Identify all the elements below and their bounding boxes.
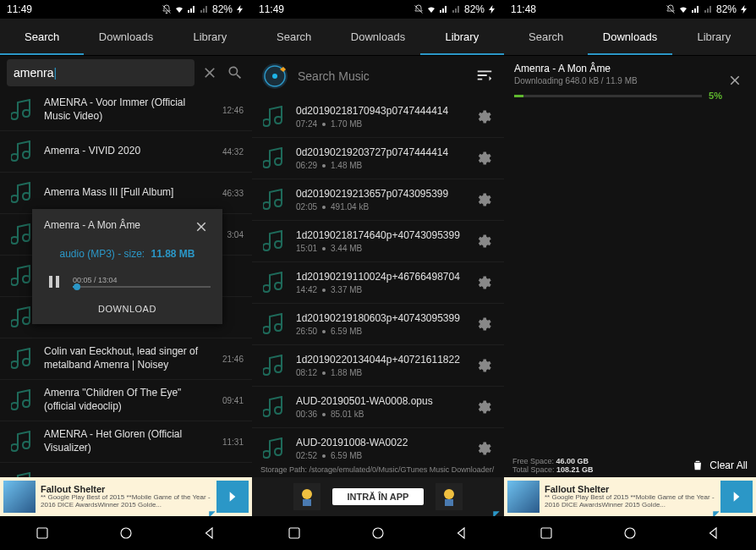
tab-search[interactable]: Search <box>252 19 336 55</box>
library-row[interactable]: 1d20190220134044p+40721611822 08:121.88 … <box>252 345 504 387</box>
ad-cta-button[interactable]: INTRĂ ÎN APP <box>332 488 425 505</box>
library-row[interactable]: 1d20190219180603p+40743095399 26:506.59 … <box>252 304 504 345</box>
file-options-button[interactable] <box>472 229 496 253</box>
clear-all-button[interactable]: Clear All <box>691 459 748 472</box>
signal-icon <box>187 4 197 14</box>
bell-off-icon <box>162 4 172 14</box>
search-result-row[interactable]: Colin van Eeckhout, lead singer of metal… <box>0 338 252 380</box>
nav-home[interactable] <box>109 516 143 550</box>
nav-back[interactable] <box>193 516 227 550</box>
sort-button[interactable] <box>475 66 496 86</box>
search-result-row[interactable]: Amenra "Aorte.Ritual" 23.10 live dvd 18:… <box>0 463 252 477</box>
search-button[interactable] <box>225 63 245 83</box>
nav-recent[interactable] <box>25 516 59 550</box>
pause-button[interactable] <box>44 272 64 292</box>
library-row[interactable]: AUD-20191008-WA0022 02:526.59 MB <box>252 428 504 462</box>
file-title: 1d20190219110024p+46766498704 <box>296 271 463 284</box>
tab-bar: Search Downloads Library <box>252 19 504 56</box>
search-result-row[interactable]: Amenra - VIVID 2020 44:32 <box>0 131 252 173</box>
tab-library[interactable]: Library <box>420 19 504 55</box>
tab-downloads[interactable]: Downloads <box>336 19 419 55</box>
nav-back[interactable] <box>697 516 731 550</box>
tab-downloads[interactable]: Downloads <box>588 19 671 55</box>
tab-downloads[interactable]: Downloads <box>84 19 167 55</box>
ad-open-button[interactable] <box>216 481 249 513</box>
file-options-button[interactable] <box>472 354 496 377</box>
download-percent: 5% <box>709 91 722 101</box>
tab-search[interactable]: Search <box>0 19 84 55</box>
nav-back[interactable] <box>445 516 479 550</box>
ad-thumb-icon <box>436 483 463 510</box>
search-result-row[interactable]: AMENRA - Het Gloren (Official Visualizer… <box>0 421 252 463</box>
library-list: 0d20190218170943p0747444414 07:241.70 MB… <box>252 96 504 462</box>
file-title: 0d20190219213657p0743095399 <box>296 188 463 201</box>
search-box[interactable]: amenra| <box>7 59 194 86</box>
ad-open-button[interactable] <box>720 481 753 513</box>
popup-close-button[interactable] <box>194 219 211 236</box>
file-options-button[interactable] <box>472 312 496 336</box>
music-icon <box>260 393 288 421</box>
tab-library[interactable]: Library <box>168 19 252 55</box>
ad-banner[interactable]: Fallout Shelter ** Google Play Best of 2… <box>504 477 756 516</box>
result-title: Amenra - VIVID 2020 <box>44 145 214 158</box>
ad-thumb-icon <box>293 483 320 510</box>
result-duration: 3:04 <box>227 230 244 239</box>
ad-banner[interactable]: INTRĂ ÎN APP <box>252 477 504 516</box>
tab-bar: Search Downloads Library <box>0 19 252 56</box>
music-icon <box>260 186 288 213</box>
ad-info-icon[interactable] <box>712 507 720 515</box>
tab-library[interactable]: Library <box>672 19 756 55</box>
download-status: Downloading 648.0 kB / 11.9 MB <box>514 76 722 85</box>
music-icon <box>8 470 36 477</box>
clear-search-button[interactable] <box>200 63 220 83</box>
file-options-button[interactable] <box>472 105 496 129</box>
search-result-row[interactable]: Amenra Mass III [Full Album] 46:33 <box>0 173 252 214</box>
file-options-button[interactable] <box>472 188 496 212</box>
file-title: AUD-20190501-WA0008.opus <box>296 395 463 409</box>
wifi-icon <box>174 4 184 14</box>
nav-recent[interactable] <box>529 516 563 550</box>
music-icon <box>260 145 288 172</box>
library-row[interactable]: AUD-20190501-WA0008.opus 00:3685.01 kB <box>252 387 504 428</box>
nav-bar <box>0 516 252 550</box>
file-options-button[interactable] <box>472 146 496 170</box>
music-icon <box>8 387 36 414</box>
cancel-download-button[interactable] <box>727 73 746 91</box>
ad-info-icon[interactable] <box>208 507 216 515</box>
file-options-button[interactable] <box>472 271 496 294</box>
result-duration: 12:46 <box>222 106 244 115</box>
result-title: AMENRA - Voor Immer (Official Music Vide… <box>44 96 214 123</box>
search-input-value[interactable]: amenra <box>14 66 53 80</box>
download-item[interactable]: Amenra - A Mon Âme Downloading 648.0 kB … <box>504 56 756 107</box>
seek-bar[interactable] <box>73 286 211 288</box>
file-meta: 07:241.70 MB <box>296 119 463 129</box>
file-meta: 08:121.88 MB <box>296 368 463 377</box>
ad-banner[interactable]: Fallout Shelter ** Google Play Best of 2… <box>0 477 252 516</box>
file-options-button[interactable] <box>472 437 496 460</box>
storage-info: Free Space: 46.00 GB Total Space: 108.21… <box>504 454 756 477</box>
file-meta: 02:526.59 MB <box>296 451 463 460</box>
download-button[interactable]: DOWNLOAD <box>44 304 211 314</box>
file-title: 0d20190219203727p0747444414 <box>296 146 463 160</box>
library-row[interactable]: 0d20190219203727p0747444414 06:291.48 MB <box>252 138 504 179</box>
file-options-button[interactable] <box>472 395 496 419</box>
library-row[interactable]: 1d20190218174640p+40743095399 15:013.44 … <box>252 221 504 262</box>
nav-home[interactable] <box>361 516 395 550</box>
search-result-row[interactable]: Amenra "Children Of The Eye" (official v… <box>0 380 252 421</box>
app-icon <box>260 62 289 91</box>
svg-point-7 <box>444 489 454 499</box>
library-row[interactable]: 1d20190219110024p+46766498704 14:423.37 … <box>252 262 504 304</box>
ad-info-icon[interactable] <box>492 507 501 515</box>
nav-home[interactable] <box>613 516 647 550</box>
file-title: 0d20190218170943p0747444414 <box>296 105 463 118</box>
library-row[interactable]: 0d20190218170943p0747444414 07:241.70 MB <box>252 96 504 138</box>
screen-library: 11:49 82% Search Downloads Library 0d201… <box>252 0 504 550</box>
search-result-row[interactable]: AMENRA - Voor Immer (Official Music Vide… <box>0 90 252 131</box>
battery-pct: 82% <box>716 3 737 15</box>
tab-search[interactable]: Search <box>504 19 588 55</box>
library-search-input[interactable] <box>298 69 467 83</box>
library-row[interactable]: 0d20190219213657p0743095399 02:05491.04 … <box>252 179 504 221</box>
nav-recent[interactable] <box>277 516 311 550</box>
result-duration: 09:41 <box>222 396 244 405</box>
file-meta: 15:013.44 MB <box>296 244 463 253</box>
